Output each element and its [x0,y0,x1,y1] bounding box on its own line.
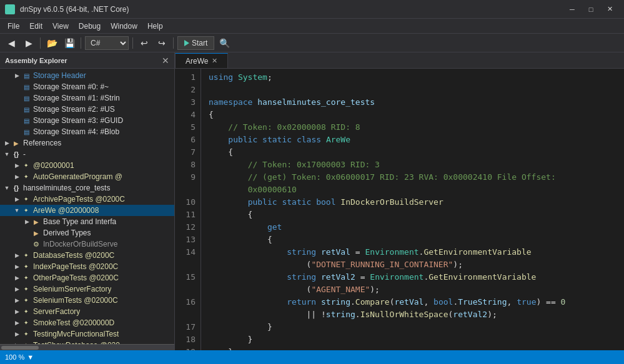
code-line: // Token: 0x02000008 RID: 8 [209,121,624,134]
expand-arrow[interactable] [12,127,21,136]
tree-item[interactable]: ▤Storage Stream #0: #~ [0,81,174,92]
expand-arrow[interactable] [12,94,21,102]
close-button[interactable]: ✕ [600,0,619,19]
tree-item[interactable]: ▶✦TestingMvcFunctionalTest [0,328,174,340]
panel-close-button[interactable]: ✕ [162,56,169,66]
assembly-panel: Assembly Explorer ✕ ▶▤Storage Header ▤St… [0,52,175,350]
tree-item[interactable]: ▶✦ @02000001 [0,160,174,171]
line-number: 2 [175,84,196,96]
line-number: 18 [175,333,196,346]
class-icon: ✦ [21,172,31,182]
expand-arrow[interactable]: ▶ [22,217,31,226]
tree-item-label: InDockerOrBuildServe [43,240,117,248]
maximize-button[interactable]: □ [582,0,600,19]
expand-arrow[interactable]: ▼ [2,184,11,192]
expand-arrow[interactable]: ▼ [2,150,11,159]
tree-item[interactable]: ▤Storage Stream #1: #Strin [0,92,174,104]
line-number: 5 [175,121,196,134]
expand-arrow[interactable]: ▶ [12,172,21,181]
code-line: { [209,146,624,159]
back-button[interactable]: ◀ [4,36,19,51]
search-button[interactable]: 🔍 [217,36,232,51]
tree-item[interactable]: ▼{}- [0,149,174,160]
open-button[interactable]: 📂 [44,36,59,51]
menu-file[interactable]: File [2,20,24,32]
expand-arrow[interactable] [22,229,31,237]
expand-arrow[interactable]: ▶ [12,71,21,80]
minimize-button[interactable]: ─ [563,0,582,19]
expand-arrow[interactable]: ▶ [12,161,21,170]
language-select[interactable]: C# VB IL [85,36,129,50]
tree-item[interactable]: ▶✦AutoGeneratedProgram @ [0,171,174,182]
tree-item[interactable]: ▶✦SmokeTest @0200000D [0,317,174,328]
tree-item[interactable]: ▤Storage Stream #2: #US [0,104,174,115]
code-tabs: AreWe ✕ [175,52,624,69]
tree-item[interactable]: ▤Storage Stream #4: #Blob [0,126,174,137]
start-button[interactable]: Start [177,36,214,50]
expand-arrow[interactable]: ▶ [12,307,21,316]
menu-debug[interactable]: Debug [74,20,106,32]
expand-arrow[interactable]: ▶ [12,273,21,282]
tree-item[interactable]: ⚙InDockerOrBuildServe [0,239,174,250]
code-line [209,84,624,96]
expand-arrow[interactable]: ▶ [12,251,21,260]
line-number: 16 [175,296,196,308]
panel-horizontal-scrollbar[interactable] [0,344,174,350]
save-button[interactable]: 💾 [62,36,77,51]
line-number-continuation [175,283,196,296]
expand-arrow[interactable]: ▶ [2,139,11,147]
line-number: 19 [175,346,196,350]
tree-item[interactable]: ▶✦OtherPageTests @0200C [0,272,174,283]
method-icon: ⚙ [31,239,41,249]
tree-item-label: Derived Types [43,229,91,237]
tree-item[interactable]: ▶✦ArchivePageTests @0200C [0,194,174,205]
tree-item[interactable]: ▶▶References [0,137,174,149]
code-content[interactable]: using System; namespace hanselminutes_co… [201,69,624,350]
tree-item-label: Storage Stream #1: #Strin [33,94,120,102]
menu-window[interactable]: Window [106,20,142,32]
menu-edit[interactable]: Edit [24,20,47,32]
expand-arrow[interactable] [12,82,21,91]
redo-button[interactable]: ↪ [154,36,169,51]
tree-item[interactable]: ▶✦DatabaseTests @0200C [0,250,174,261]
expand-arrow[interactable]: ▶ [12,285,21,293]
assembly-tree[interactable]: ▶▤Storage Header ▤Storage Stream #0: #~ … [0,69,174,344]
tree-item[interactable]: ▼✦AreWe @02000008 [0,205,174,216]
tree-item[interactable]: ▶✦ServerFactory [0,306,174,317]
tab-close-button[interactable]: ✕ [212,57,217,65]
line-number: 12 [175,221,196,234]
app-icon [5,4,15,14]
expand-arrow[interactable]: ▼ [12,206,21,215]
expand-arrow[interactable]: ▶ [12,195,21,204]
expand-arrow[interactable] [12,105,21,114]
tree-item-label: SeleniumServerFactory [33,285,111,293]
tree-item[interactable]: ▤Storage Stream #3: #GUID [0,115,174,126]
tree-item[interactable]: ▶✦TestShowDatabase @020 [0,340,174,344]
tree-item[interactable]: ▶▤Storage Header [0,70,174,81]
tree-item[interactable]: ▶Derived Types [0,227,174,239]
tree-item[interactable]: ▶✦SeleniumTests @02000C [0,295,174,306]
tree-item-label: References [23,139,61,147]
forward-button[interactable]: ▶ [21,36,36,51]
expand-arrow[interactable]: ▶ [12,330,21,338]
expand-arrow[interactable] [12,116,21,125]
expand-arrow[interactable]: ▶ [12,262,21,271]
tree-item[interactable]: ▶▶Base Type and Interfa [0,216,174,227]
class-icon: ✦ [21,194,31,204]
menu-view[interactable]: View [47,20,74,32]
tree-item[interactable]: ▶✦IndexPageTests @0200C [0,261,174,272]
expand-arrow[interactable] [22,240,31,248]
tree-item-label: IndexPageTests @0200C [33,262,118,271]
undo-button[interactable]: ↩ [137,36,152,51]
expand-arrow[interactable]: ▶ [12,296,21,305]
tree-item-label: Storage Stream #2: #US [33,105,115,114]
code-tab-arewe[interactable]: AreWe ✕ [175,53,228,68]
scrollbar-thumb[interactable] [1,346,39,350]
line-number: 10 [175,196,196,209]
expand-arrow[interactable]: ▶ [12,318,21,327]
tree-item[interactable]: ▶✦SeleniumServerFactory [0,283,174,295]
document-icon: ▤ [21,127,31,137]
menu-help[interactable]: Help [142,20,168,32]
tree-item[interactable]: ▼{}hanselminutes_core_tests [0,182,174,194]
code-line: } [209,321,624,333]
